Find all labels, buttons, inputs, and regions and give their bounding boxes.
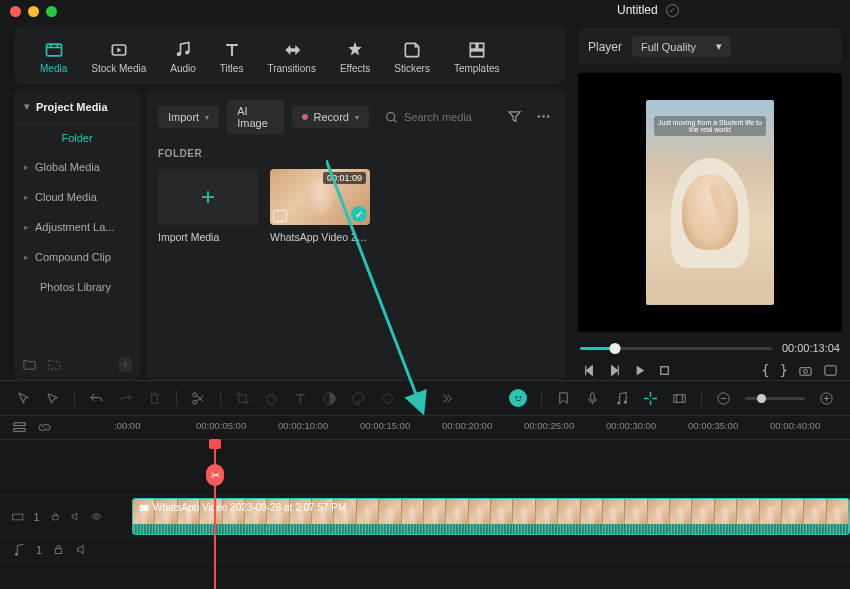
time-ruler[interactable]: :00:0000:00:05:0000:00:10:0000:00:15:000… bbox=[114, 416, 850, 439]
player-label: Player bbox=[588, 40, 622, 54]
mark-in-icon[interactable]: { bbox=[761, 362, 769, 378]
zoom-out-icon[interactable] bbox=[716, 391, 731, 406]
library-tabs: Media Stock Media Audio Titles Transitio… bbox=[14, 26, 566, 84]
visibility-icon[interactable] bbox=[91, 510, 102, 523]
more-options-icon[interactable] bbox=[533, 106, 554, 129]
snapshot-icon[interactable] bbox=[798, 363, 813, 378]
prev-frame-icon[interactable] bbox=[582, 363, 597, 378]
text-tool-icon[interactable] bbox=[293, 391, 308, 406]
tab-stickers[interactable]: Stickers bbox=[382, 34, 442, 80]
clip-duration: 00:01:09 bbox=[323, 172, 366, 184]
svg-rect-5 bbox=[470, 43, 476, 49]
svg-rect-14 bbox=[800, 367, 811, 375]
render-icon[interactable] bbox=[672, 391, 687, 406]
zoom-in-icon[interactable] bbox=[819, 391, 834, 406]
fullscreen-icon[interactable] bbox=[823, 363, 838, 378]
sidebar-item-cloud-media[interactable]: ▸Cloud Media bbox=[14, 182, 140, 212]
collapse-sidebar-button[interactable]: ‹ bbox=[119, 357, 132, 372]
svg-point-9 bbox=[538, 115, 540, 117]
section-header: FOLDER bbox=[158, 148, 554, 159]
video-track-icon bbox=[12, 510, 24, 524]
tab-titles[interactable]: Titles bbox=[208, 34, 256, 80]
video-track-header[interactable]: 1 bbox=[0, 496, 114, 537]
lock-icon[interactable] bbox=[50, 510, 61, 523]
mark-out-icon[interactable]: } bbox=[780, 362, 788, 378]
svg-rect-6 bbox=[478, 43, 484, 49]
video-clip[interactable]: WhatsApp Video 2023-09-28 at 2:07:57 PM bbox=[132, 498, 850, 535]
tab-transitions[interactable]: Transitions bbox=[255, 34, 328, 80]
link-icon[interactable] bbox=[37, 420, 52, 435]
snap-icon[interactable] bbox=[643, 391, 658, 406]
quality-dropdown[interactable]: Full Quality▾ bbox=[632, 36, 731, 57]
media-icon bbox=[44, 40, 64, 60]
import-dropdown[interactable]: Import▾ bbox=[158, 106, 219, 128]
tab-media[interactable]: Media bbox=[28, 34, 79, 80]
plus-icon: + bbox=[201, 183, 215, 211]
audio-track-header[interactable]: 1 bbox=[0, 538, 114, 561]
sidebar-item-adjustment-layer[interactable]: ▸Adjustment La... bbox=[14, 212, 140, 242]
import-media-tile[interactable]: + Import Media bbox=[158, 169, 258, 243]
mute-icon[interactable] bbox=[70, 510, 81, 523]
svg-point-8 bbox=[387, 112, 395, 120]
adjust-icon[interactable] bbox=[409, 391, 424, 406]
zoom-slider[interactable] bbox=[745, 397, 805, 400]
select-tool-icon[interactable] bbox=[16, 391, 31, 406]
svg-rect-34 bbox=[52, 516, 57, 520]
svg-point-3 bbox=[177, 52, 181, 56]
effects-icon bbox=[345, 40, 365, 60]
voiceover-icon[interactable] bbox=[585, 391, 600, 406]
svg-rect-33 bbox=[13, 514, 23, 520]
speed-icon[interactable] bbox=[264, 391, 279, 406]
sidebar-item-photos-library[interactable]: Photos Library bbox=[14, 272, 140, 302]
folder-label[interactable]: Folder bbox=[14, 124, 140, 152]
delete-icon[interactable] bbox=[147, 391, 162, 406]
search-input[interactable] bbox=[404, 111, 496, 123]
more-tools-icon[interactable] bbox=[438, 391, 453, 406]
tab-effects[interactable]: Effects bbox=[328, 34, 382, 80]
play-icon[interactable] bbox=[632, 363, 647, 378]
folder-icon[interactable] bbox=[47, 357, 62, 372]
svg-point-11 bbox=[547, 115, 549, 117]
ai-tools-icon[interactable] bbox=[509, 389, 527, 407]
palette-icon[interactable] bbox=[351, 391, 366, 406]
split-icon[interactable] bbox=[191, 391, 206, 406]
keyframe-icon[interactable] bbox=[380, 391, 395, 406]
chevron-right-icon: ▸ bbox=[24, 162, 29, 172]
ai-image-button[interactable]: AI Image bbox=[227, 100, 283, 134]
filter-icon[interactable] bbox=[504, 106, 525, 129]
svg-marker-2 bbox=[117, 48, 121, 53]
pointer-tool-icon[interactable] bbox=[45, 391, 60, 406]
audio-icon bbox=[173, 40, 193, 60]
tab-audio[interactable]: Audio bbox=[158, 34, 208, 80]
svg-point-27 bbox=[624, 400, 627, 403]
record-dropdown[interactable]: Record▾ bbox=[292, 106, 369, 128]
search-field[interactable] bbox=[377, 111, 496, 124]
svg-rect-7 bbox=[470, 51, 483, 57]
svg-point-15 bbox=[804, 369, 808, 373]
audio-mixer-icon[interactable] bbox=[614, 391, 629, 406]
timeline-menu-icon[interactable] bbox=[12, 420, 27, 435]
project-media-header[interactable]: ▾ Project Media bbox=[14, 90, 140, 124]
lock-icon[interactable] bbox=[52, 543, 65, 556]
redo-icon[interactable] bbox=[118, 391, 133, 406]
tab-stock-media[interactable]: Stock Media bbox=[79, 34, 158, 80]
time-tick: 00:00:20:00 bbox=[442, 420, 492, 431]
sidebar-item-global-media[interactable]: ▸Global Media bbox=[14, 152, 140, 182]
undo-icon[interactable] bbox=[89, 391, 104, 406]
media-content: Import▾ AI Image Record▾ FOLDER + Import… bbox=[146, 90, 566, 380]
marker-icon[interactable] bbox=[556, 391, 571, 406]
media-clip-tile[interactable]: 00:01:09 ✓ WhatsApp Video 202... bbox=[270, 169, 370, 243]
playhead[interactable] bbox=[214, 440, 216, 589]
next-frame-icon[interactable] bbox=[607, 363, 622, 378]
seek-slider[interactable] bbox=[580, 347, 772, 350]
stop-icon[interactable] bbox=[657, 363, 672, 378]
svg-rect-31 bbox=[14, 423, 25, 426]
new-folder-icon[interactable] bbox=[22, 357, 37, 372]
mute-icon[interactable] bbox=[75, 543, 88, 556]
color-icon[interactable] bbox=[322, 391, 337, 406]
tab-templates[interactable]: Templates bbox=[442, 34, 512, 80]
window-controls[interactable] bbox=[10, 6, 57, 17]
sidebar-item-compound-clip[interactable]: ▸Compound Clip bbox=[14, 242, 140, 272]
crop-icon[interactable] bbox=[235, 391, 250, 406]
video-preview[interactable]: Just moving from a Student life to the r… bbox=[578, 73, 842, 332]
